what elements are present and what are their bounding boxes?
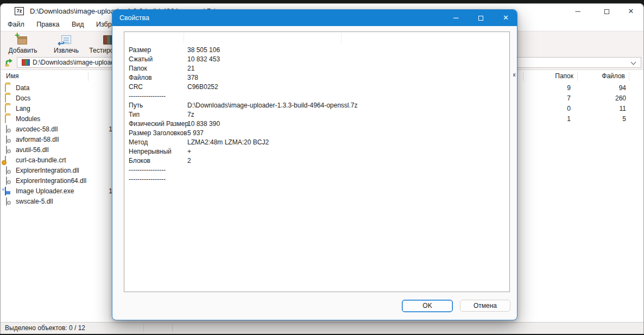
property-row: Размер38 505 106 [129,46,505,55]
dll-file-icon [6,166,7,175]
exe-file-icon [5,187,6,195]
dll-file-icon [6,197,7,206]
folder-icon [5,84,6,92]
menu-edit[interactable]: Правка [31,18,64,31]
property-row: Физический Размер10 838 390 [129,120,505,129]
selection-status: Выделено объектов: 0 / 12 [5,323,85,334]
add-archive-icon: + [16,34,30,46]
dialog-title: Свойства [119,10,149,26]
property-row: Сжатый10 832 453 [129,55,505,65]
dialog-minimize-button[interactable]: ─ [444,10,468,26]
property-separator: ----------------- [129,166,505,175]
parent-folder-icon[interactable] [4,58,14,67]
certificate-file-icon [5,156,6,165]
dialog-close-button[interactable]: ✕ [494,10,518,26]
listbox-column-divider [341,33,342,43]
column-divider[interactable] [523,72,523,81]
ok-button[interactable]: OK [402,300,453,312]
column-header-name[interactable]: Имя [6,72,18,80]
maximize-button[interactable] [597,6,616,17]
property-separator: ----------------- [129,175,505,185]
maximize-icon [604,9,609,14]
property-rows: Размер38 505 106 Сжатый10 832 453 Папок2… [129,46,505,185]
dll-file-icon [6,176,7,185]
dll-file-icon [6,146,7,154]
cancel-button[interactable]: Отмена [460,300,510,312]
property-row: Папок21 [129,65,505,74]
column-divider[interactable] [88,72,89,81]
chevron-down-icon[interactable] [631,60,636,65]
archive-file-icon [22,59,30,66]
property-separator: ----------------- [129,92,505,102]
clipped-size-value: 1 [102,187,112,195]
property-row: CRCC96B0252 [129,83,505,92]
properties-dialog: Свойства ─ ✕ Размер38 505 106 Сжатый10 8… [112,9,517,320]
listbox-column-divider [184,33,184,43]
dll-file-icon [6,135,7,144]
properties-listbox: Размер38 505 106 Сжатый10 832 453 Папок2… [124,31,510,292]
clipped-text-fragment: к [513,72,515,78]
property-row: ПутьD:\Downloads\image-uploader-1.3.3-bu… [129,102,505,111]
folder-icon [5,115,6,123]
menu-view[interactable]: Вид [67,18,89,31]
dll-file-icon [6,125,7,134]
property-row: МетодLZMA2:48m LZMA:20 BCJ2 [129,138,505,148]
maximize-icon [478,16,483,21]
statusbar-divider [172,324,173,333]
property-row: Файлов378 [129,74,505,83]
column-header-folders[interactable]: Папок [527,72,573,80]
property-row: Размер Заголовков5 937 [129,129,505,138]
property-row: Тип7z [129,111,505,120]
close-button[interactable]: ✕ [622,6,640,17]
menu-file[interactable]: Файл [3,18,29,31]
statusbar-divider [143,324,144,333]
dialog-maximize-button[interactable] [469,10,493,26]
extract-button[interactable]: ↩ Извлечь [47,33,86,55]
desktop-background: 7z D:\Downloads\image-uploader-1.3.3-bui… [0,0,644,335]
add-button[interactable]: + Добавить [3,33,42,55]
column-header-files[interactable]: Файлов [575,72,625,80]
folder-icon [5,94,6,103]
dialog-titlebar[interactable]: Свойства ─ ✕ [112,10,517,26]
status-bar: Выделено объектов: 0 / 12 [1,322,643,334]
property-row: Блоков2 [129,157,505,166]
clipped-size-value: 1 [102,125,112,133]
7zip-app-icon: 7z [15,7,24,15]
extract-icon: ↩ [59,34,73,46]
minimize-button[interactable]: ─ [569,6,587,17]
column-divider[interactable] [629,72,629,81]
folder-icon [5,104,6,113]
property-row: Непрерывный+ [129,148,505,157]
